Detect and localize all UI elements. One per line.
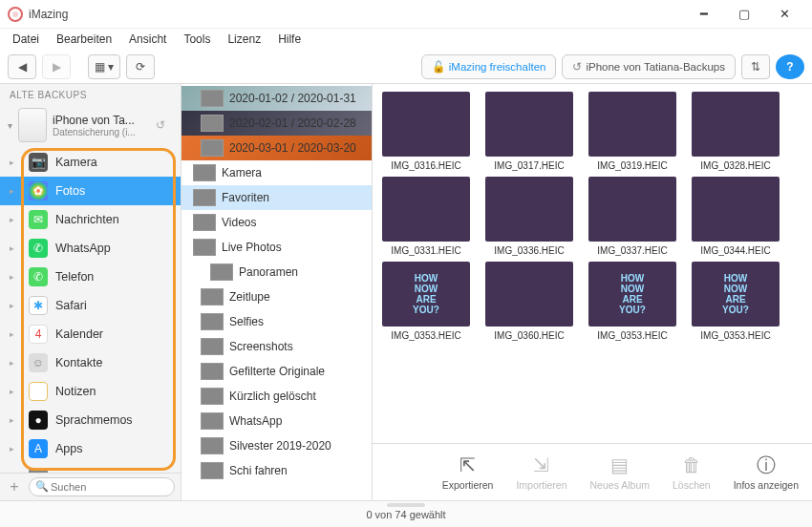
tree-item[interactable]: WhatsApp bbox=[182, 409, 372, 433]
refresh-button[interactable]: ⟳ bbox=[126, 54, 155, 79]
photo-item[interactable]: IMG_0344.HEIC bbox=[688, 177, 783, 256]
nav-forward-button[interactable]: ▶ bbox=[42, 54, 71, 79]
view-mode-button[interactable]: ▦ ▾ bbox=[88, 54, 120, 79]
menu-lizenz[interactable]: Lizenz bbox=[221, 31, 267, 48]
sidebar-item-notes[interactable]: ▸Notizen bbox=[0, 377, 181, 406]
photo-filename: IMG_0360.HEIC bbox=[481, 330, 577, 341]
tree-item[interactable]: Gefilterte Originale bbox=[182, 359, 372, 384]
add-button[interactable]: + bbox=[6, 478, 23, 495]
device-subtitle: Datensicherung (i... bbox=[53, 127, 150, 137]
photo-filename: IMG_0336.HEIC bbox=[481, 245, 577, 256]
tree-item[interactable]: Silvester 2019-2020 bbox=[182, 433, 372, 458]
sidebar-item-apps[interactable]: ▸AApps bbox=[0, 434, 181, 463]
drag-handle-icon[interactable] bbox=[387, 503, 425, 507]
tree-item-label: Gefilterte Originale bbox=[229, 365, 325, 378]
titlebar: iMazing ━ ▢ ✕ bbox=[0, 0, 812, 29]
photo-item[interactable]: HOWNOWAREYOU?IMG_0353.HEIC bbox=[688, 262, 783, 341]
tree-item[interactable]: Favoriten bbox=[182, 185, 372, 210]
action-export-button[interactable]: ⇱Exportieren bbox=[442, 453, 494, 491]
menu-hilfe[interactable]: Hilfe bbox=[271, 31, 308, 48]
whatsapp-icon: ✆ bbox=[29, 239, 48, 258]
action-bar: ⇱Exportieren⇲Importieren▤Neues Album🗑Lös… bbox=[373, 443, 812, 500]
tree-item[interactable]: Kürzlich gelöscht bbox=[182, 384, 372, 409]
action-new-album-button[interactable]: ▤Neues Album bbox=[590, 453, 650, 491]
menu-bearbeiten[interactable]: Bearbeiten bbox=[50, 31, 118, 48]
photo-item[interactable]: IMG_0328.HEIC bbox=[688, 92, 783, 171]
action-info-button[interactable]: ⓘInfos anzeigen bbox=[734, 453, 799, 491]
photo-item[interactable]: IMG_0360.HEIC bbox=[481, 262, 577, 341]
thumbnail-icon bbox=[201, 115, 224, 132]
search-input[interactable] bbox=[29, 477, 175, 496]
sidebar: ALTE BACKUPS ▾ iPhone von Ta... Datensic… bbox=[0, 84, 182, 500]
sidebar-item-phone[interactable]: ▸✆Telefon bbox=[0, 263, 181, 291]
photo-thumbnail bbox=[588, 92, 676, 157]
photo-thumbnail bbox=[485, 177, 573, 242]
tree-item[interactable]: Videos bbox=[182, 210, 372, 235]
thumbnail-icon bbox=[201, 363, 224, 380]
sidebar-item-safari[interactable]: ▸✱Safari bbox=[0, 291, 181, 320]
tree-item[interactable]: Zeitlupe bbox=[182, 285, 372, 309]
profile-icon: ⚙ bbox=[29, 468, 48, 473]
tree-item-label: WhatsApp bbox=[229, 414, 282, 428]
tree-item[interactable]: Schi fahren bbox=[182, 458, 372, 483]
unlock-button[interactable]: 🔓 iMazing freischalten bbox=[421, 54, 557, 79]
photo-item[interactable]: IMG_0336.HEIC bbox=[481, 177, 577, 256]
photo-item[interactable]: IMG_0331.HEIC bbox=[378, 177, 474, 256]
sidebar-item-profile[interactable]: ▸⚙Profile bbox=[0, 463, 181, 473]
photo-thumbnail: HOWNOWAREYOU? bbox=[588, 262, 676, 327]
device-backup-label: iPhone von Tatiana-Backups bbox=[586, 61, 725, 73]
menu-tools[interactable]: Tools bbox=[177, 31, 217, 48]
sidebar-item-messages[interactable]: ▸✉Nachrichten bbox=[0, 205, 181, 234]
device-backup-button[interactable]: ↺ iPhone von Tatiana-Backups bbox=[562, 54, 736, 79]
tree-item[interactable]: Selfies bbox=[182, 309, 372, 334]
tree-item-label: Silvester 2019-2020 bbox=[229, 439, 331, 453]
tree-item[interactable]: Panoramen bbox=[182, 260, 372, 285]
sidebar-item-contacts[interactable]: ▸☺Kontakte bbox=[0, 348, 181, 377]
photo-item[interactable]: IMG_0316.HEIC bbox=[378, 92, 474, 171]
sidebar-item-voicememos[interactable]: ▸●Sprachmemos bbox=[0, 406, 181, 434]
delete-icon: 🗑 bbox=[678, 453, 705, 476]
action-label: Neues Album bbox=[590, 479, 650, 491]
action-delete-button[interactable]: 🗑Löschen bbox=[673, 453, 711, 491]
photo-thumbnail: HOWNOWAREYOU? bbox=[382, 262, 470, 327]
tree-item[interactable]: Live Photos bbox=[182, 235, 372, 260]
action-import-button[interactable]: ⇲Importieren bbox=[516, 453, 566, 491]
photo-item[interactable]: IMG_0319.HEIC bbox=[585, 92, 680, 171]
photo-item[interactable]: IMG_0317.HEIC bbox=[481, 92, 577, 171]
camera-icon: 📷 bbox=[29, 153, 48, 172]
tree-item[interactable]: 2020-01-02 / 2020-01-31 bbox=[182, 86, 372, 111]
menu-ansicht[interactable]: Ansicht bbox=[122, 31, 173, 48]
photo-item[interactable]: IMG_0337.HEIC bbox=[585, 177, 680, 256]
chevron-right-icon: ▸ bbox=[10, 301, 14, 310]
safari-icon: ✱ bbox=[29, 296, 48, 315]
sidebar-item-photos[interactable]: ▸✿Fotos bbox=[0, 177, 181, 205]
photo-grid[interactable]: IMG_0316.HEICIMG_0317.HEICIMG_0319.HEICI… bbox=[373, 84, 812, 443]
window-maximize-button[interactable]: ▢ bbox=[724, 1, 764, 28]
tree-item[interactable]: Screenshots bbox=[182, 334, 372, 359]
category-tree[interactable]: 2020-01-02 / 2020-01-312020-02-01 / 2020… bbox=[182, 84, 373, 500]
tree-item[interactable]: 2020-02-01 / 2020-02-28 bbox=[182, 111, 372, 136]
device-row[interactable]: ▾ iPhone von Ta... Datensicherung (i... … bbox=[0, 102, 181, 148]
transfer-button[interactable]: ⇅ bbox=[741, 54, 770, 79]
photo-item[interactable]: HOWNOWAREYOU?IMG_0353.HEIC bbox=[585, 262, 680, 341]
photo-filename: IMG_0344.HEIC bbox=[688, 245, 783, 256]
help-button[interactable]: ? bbox=[776, 54, 804, 79]
thumbnail-icon bbox=[201, 139, 224, 157]
window-minimize-button[interactable]: ━ bbox=[684, 1, 724, 28]
sidebar-item-calendar[interactable]: ▸4Kalender bbox=[0, 320, 181, 348]
window-close-button[interactable]: ✕ bbox=[764, 1, 804, 28]
tree-item[interactable]: 2020-03-01 / 2020-03-20 bbox=[182, 136, 372, 160]
thumbnail-icon bbox=[193, 189, 216, 206]
contacts-icon: ☺ bbox=[29, 353, 48, 372]
nav-back-button[interactable]: ◀ bbox=[8, 54, 36, 79]
history-icon[interactable]: ↺ bbox=[156, 118, 173, 132]
thumbnail-icon bbox=[201, 388, 224, 405]
thumbnail-icon bbox=[210, 264, 233, 281]
sidebar-item-whatsapp[interactable]: ▸✆WhatsApp bbox=[0, 234, 181, 263]
photo-filename: IMG_0316.HEIC bbox=[378, 160, 474, 171]
menu-datei[interactable]: Datei bbox=[6, 31, 46, 48]
sidebar-item-camera[interactable]: ▸📷Kamera bbox=[0, 148, 181, 177]
photo-item[interactable]: HOWNOWAREYOU?IMG_0353.HEIC bbox=[378, 262, 474, 341]
tree-item-label: 2020-02-01 / 2020-02-28 bbox=[229, 116, 356, 130]
tree-item[interactable]: Kamera bbox=[182, 160, 372, 185]
